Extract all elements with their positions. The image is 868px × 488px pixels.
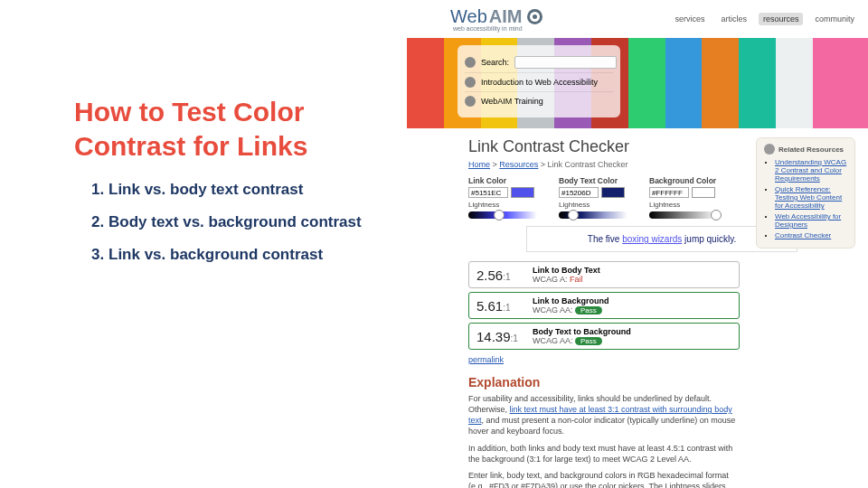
top-nav: services articles resources community — [670, 13, 859, 25]
link-lightness-slider[interactable] — [468, 211, 537, 219]
sidebar-title: Related Resources — [764, 144, 847, 155]
breadcrumb-current: Link Contrast Checker — [548, 160, 628, 169]
bg-color-hex-input[interactable] — [649, 187, 689, 198]
result-link-to-bg: 5.61:1 Link to Background WCAG AA: Pass — [468, 292, 740, 319]
training-icon — [465, 96, 476, 107]
ratio-value: 14.39 — [476, 329, 511, 344]
link-color-hex-input[interactable] — [468, 187, 508, 198]
sidebar-link[interactable]: Contrast Checker — [775, 231, 831, 239]
link-color-box: Link Color Lightness — [468, 176, 541, 219]
nav-link-community[interactable]: community — [810, 13, 859, 25]
bg-color-label: Background Color — [649, 176, 722, 185]
lightness-label: Lightness — [649, 201, 722, 209]
sidebar-link[interactable]: Understanding WCAG 2 Contrast and Color … — [775, 158, 846, 183]
related-resources-sidebar: Related Resources Understanding WCAG 2 C… — [756, 137, 855, 249]
topbar: WebAIM web accessibility in mind service… — [407, 0, 868, 38]
result-body-to-bg: 14.39:1 Body Text to Background WCAG AA:… — [468, 323, 740, 350]
sidebar-link[interactable]: Web Accessibility for Designers — [775, 212, 841, 229]
hero-banner: Search: Introduction to Web Accessibilit… — [407, 38, 868, 128]
sidebar-link[interactable]: Quick Reference: Testing Web Content for… — [775, 185, 842, 210]
sample-post: jump quickly. — [682, 234, 736, 244]
result-title: Link to Body Text — [533, 266, 731, 275]
nav-link-services[interactable]: services — [670, 13, 709, 25]
bg-lightness-slider[interactable] — [649, 211, 718, 219]
slide-list-item: Link vs. background contrast — [108, 246, 391, 264]
search-label: Search: — [481, 58, 509, 67]
logo-tagline: web accessibility in mind — [450, 25, 542, 32]
explanation-p1: For usability and accessibility, links s… — [468, 393, 740, 437]
sample-link[interactable]: boxing wizards — [622, 234, 682, 244]
result-status: Fail — [570, 275, 583, 284]
webaim-logo[interactable]: WebAIM — [450, 6, 542, 27]
body-lightness-slider[interactable] — [559, 211, 627, 219]
permalink-link[interactable]: permalink — [468, 355, 504, 364]
bg-color-swatch[interactable] — [692, 187, 715, 198]
body-color-box: Body Text Color Lightness — [559, 176, 631, 219]
result-status: Pass — [575, 337, 602, 345]
slide-list: Link vs. body text contrast Body text vs… — [74, 181, 391, 264]
body-color-label: Body Text Color — [559, 176, 631, 185]
explanation-p2: In addition, both links and body text mu… — [468, 443, 740, 465]
result-level: WCAG AA: — [533, 305, 573, 314]
result-level: WCAG A: — [533, 275, 568, 284]
ratio-value: 5.61 — [476, 298, 503, 314]
logo-text-web: Web — [450, 6, 487, 27]
explanation-heading: Explanation — [468, 375, 855, 389]
logo-text-aim: AIM — [489, 6, 523, 27]
result-title: Body Text to Background — [533, 327, 731, 336]
result-status: Pass — [575, 306, 602, 314]
lightness-label: Lightness — [468, 201, 541, 209]
bg-color-box: Background Color Lightness — [649, 176, 722, 219]
color-inputs-row: Link Color Lightness Body Text Color Lig… — [468, 176, 722, 219]
breadcrumb-home[interactable]: Home — [468, 160, 490, 169]
search-input[interactable] — [514, 56, 617, 69]
search-icon — [465, 57, 476, 68]
explanation-p3: Enter link, body text, and background co… — [468, 470, 740, 488]
nav-link-resources[interactable]: resources — [759, 13, 804, 25]
lightness-label: Lightness — [559, 201, 631, 209]
result-title: Link to Background — [533, 296, 731, 305]
result-level: WCAG AA: — [533, 336, 573, 345]
nav-link-articles[interactable]: articles — [716, 13, 751, 25]
gear-icon — [527, 9, 542, 24]
breadcrumb-resources[interactable]: Resources — [499, 160, 538, 169]
slide-list-item: Body text vs. background contrast — [108, 213, 391, 231]
result-link-to-body: 2.56:1 Link to Body Text WCAG A: Fail — [468, 261, 740, 288]
sample-pre: The five — [588, 234, 622, 244]
slide-title: How to Test Color Contrast for Links — [74, 95, 391, 163]
main-content: Link Contrast Checker Home > Resources >… — [407, 128, 868, 488]
slide-text-panel: How to Test Color Contrast for Links Lin… — [74, 95, 391, 278]
webaim-screenshot: WebAIM web accessibility in mind service… — [407, 0, 868, 488]
hero-link-training[interactable]: WebAIM Training — [481, 97, 543, 106]
body-color-hex-input[interactable] — [559, 187, 599, 198]
hero-overlay: Search: Introduction to Web Accessibilit… — [458, 45, 620, 117]
body-color-swatch[interactable] — [601, 187, 625, 198]
ratio-value: 2.56 — [476, 267, 503, 283]
link-color-label: Link Color — [468, 176, 541, 185]
bulb-icon — [465, 77, 476, 88]
link-color-swatch[interactable] — [511, 187, 534, 198]
hero-link-intro[interactable]: Introduction to Web Accessibility — [481, 78, 598, 87]
slide-list-item: Link vs. body text contrast — [108, 181, 391, 199]
